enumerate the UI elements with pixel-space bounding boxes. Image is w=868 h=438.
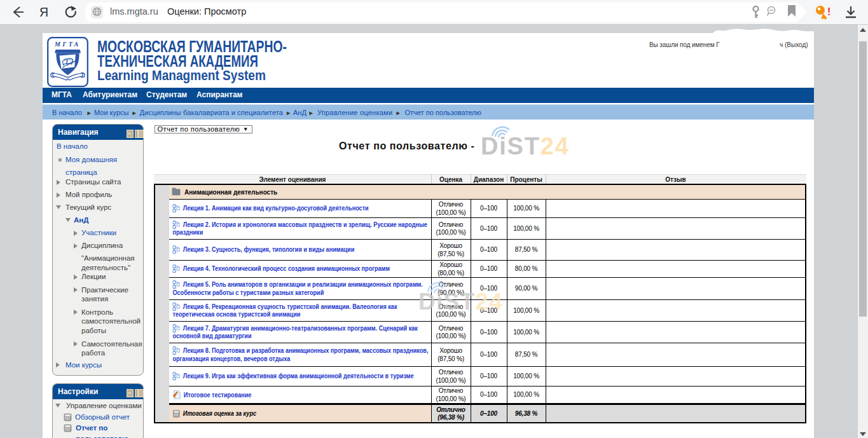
svg-text:!: ! — [827, 6, 830, 17]
svg-text:МГТА: МГТА — [54, 41, 81, 48]
